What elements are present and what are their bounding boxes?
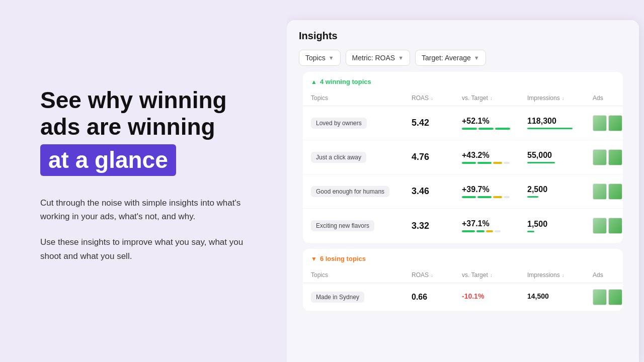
winning-header: ▲ 4 winning topics: [303, 72, 623, 90]
topics-filter[interactable]: Topics ▼: [299, 50, 341, 66]
highlight-text: at a glance: [40, 144, 176, 176]
insights-card: Insights Topics ▼ Metric: ROAS ▼ Target:…: [287, 20, 639, 362]
roas-value: 5.42: [412, 118, 462, 128]
topic-cell: Made in Sydney: [311, 292, 412, 303]
bar-segment: [504, 196, 510, 198]
impressions-cell: 1,500: [527, 220, 593, 232]
vs-target-value: +39.7%: [462, 185, 527, 194]
bar-segment: [476, 230, 485, 232]
roas-value: 3.46: [412, 186, 462, 197]
vs-target-cell: +52.1%: [462, 117, 527, 130]
table-row: Good enough for humans 3.46 +39.7% 2: [303, 174, 623, 209]
vs-target-value: -10.1%: [462, 292, 527, 300]
vs-target-sort-icon: ↓: [490, 96, 493, 101]
losing-badge: 6 losing topics: [320, 255, 366, 262]
th-topics: Topics: [311, 90, 412, 106]
impressions-value: 2,500: [527, 185, 593, 194]
impressions-value: 1,500: [527, 220, 593, 229]
headline: See why winning ads are winning: [40, 87, 257, 140]
vs-target-bars: [462, 230, 527, 232]
ad-thumbnail: [593, 218, 607, 234]
losing-triangle-icon: ▼: [311, 255, 317, 262]
topic-chip: Just a click away: [311, 152, 366, 163]
ad-thumbnail: [608, 115, 622, 131]
vs-target-value: +37.1%: [462, 219, 527, 228]
vs-target-bars: [462, 128, 527, 130]
losing-header: ▼ 6 losing topics: [303, 249, 623, 267]
target-filter[interactable]: Target: Average ▼: [415, 50, 486, 66]
roas-value: 4.76: [412, 152, 462, 162]
losing-table-headers: Topics ROAS ↓ vs. Target ↓ Impressions ↓…: [303, 267, 623, 283]
th-ads-losing: Ads: [593, 267, 615, 283]
topic-chip: Loved by owners: [311, 118, 367, 129]
body-text-2: Use these insights to improve what you s…: [40, 235, 257, 262]
impressions-cell: 55,000: [527, 151, 593, 163]
bar-segment: [493, 162, 502, 164]
ads-cell: 99+ ⋮: [593, 184, 623, 200]
impressions-bar: [527, 162, 555, 163]
impressions-value: 55,000: [527, 151, 593, 160]
winning-badge: 4 winning topics: [320, 78, 371, 85]
bar-segment: [462, 128, 477, 130]
ad-thumbnail: [608, 218, 622, 234]
ad-thumbnail: [593, 115, 607, 131]
winning-triangle-icon: ▲: [311, 78, 317, 85]
left-panel: See why winning ads are winning at a gla…: [0, 57, 287, 305]
card-header: Insights Topics ▼ Metric: ROAS ▼ Target:…: [287, 20, 639, 72]
ad-thumbnail: [593, 149, 607, 165]
vs-target-bars: [462, 162, 527, 164]
ad-thumbnail: [593, 184, 607, 200]
topics-caret-icon: ▼: [329, 55, 334, 61]
impressions-bar: [527, 128, 573, 129]
th-roas: ROAS ↓: [412, 90, 462, 106]
th-roas-losing: ROAS ↓: [412, 267, 462, 283]
impressions-sort-icon-losing: ↓: [562, 273, 565, 278]
impressions-sort-icon: ↓: [562, 96, 565, 101]
vs-target-value: +43.2%: [462, 151, 527, 160]
th-impressions-losing: Impressions ↓: [527, 267, 593, 283]
bar-segment: [493, 196, 502, 198]
vs-target-sort-icon-losing: ↓: [490, 273, 493, 278]
filters-bar: Topics ▼ Metric: ROAS ▼ Target: Average …: [299, 50, 627, 66]
th-vs-target-losing: vs. Target ↓: [462, 267, 527, 283]
ad-thumbnail: [608, 289, 622, 305]
bar-segment: [495, 230, 501, 232]
winning-table: ▲ 4 winning topics Topics ROAS ↓ vs. Tar…: [303, 72, 623, 243]
impressions-bar: [527, 196, 538, 198]
topic-chip: Good enough for humans: [311, 186, 389, 197]
bar-segment: [477, 196, 492, 198]
winning-table-headers: Topics ROAS ↓ vs. Target ↓ Impressions ↓…: [303, 90, 623, 106]
table-row: Made in Sydney 0.66 -10.1% 14,500 ⋮: [303, 283, 623, 311]
impressions-cell: 2,500: [527, 185, 593, 198]
metric-filter[interactable]: Metric: ROAS ▼: [346, 50, 410, 66]
th-vs-target: vs. Target ↓: [462, 90, 527, 106]
th-impressions: Impressions ↓: [527, 90, 593, 106]
ads-cell: 99+ ⋮: [593, 115, 623, 131]
impressions-cell: 118,300: [527, 117, 593, 129]
table-row: Exciting new flavors 3.32 +37.1% 1,5: [303, 209, 623, 243]
topic-cell: Just a click away: [311, 152, 412, 163]
ads-cell: 99+ ⋮: [593, 218, 623, 234]
vs-target-cell: -10.1%: [462, 292, 527, 302]
vs-target-bars: [462, 196, 527, 198]
bar-segment: [495, 128, 510, 130]
impressions-value: 14,500: [527, 292, 593, 300]
bar-segment: [462, 196, 476, 198]
target-caret-icon: ▼: [474, 55, 479, 61]
ads-cell: ⋮: [593, 289, 623, 305]
bar-segment: [477, 162, 492, 164]
topic-cell: Good enough for humans: [311, 186, 412, 197]
th-ads: Ads: [593, 90, 615, 106]
roas-sort-icon-losing: ↓: [431, 273, 433, 278]
impressions-cell: 14,500: [527, 292, 593, 302]
ads-cell: 99+ ⋮: [593, 149, 623, 165]
table-row: Loved by owners 5.42 +52.1% 118,300: [303, 106, 623, 140]
vs-target-value: +52.1%: [462, 117, 527, 126]
th-topics-losing: Topics: [311, 267, 412, 283]
roas-value: 0.66: [412, 293, 462, 302]
table-row: Just a click away 4.76 +43.2% 55,000: [303, 140, 623, 174]
bar-segment: [486, 230, 493, 232]
topic-cell: Exciting new flavors: [311, 220, 412, 231]
vs-target-cell: +43.2%: [462, 151, 527, 164]
impressions-value: 118,300: [527, 117, 593, 126]
